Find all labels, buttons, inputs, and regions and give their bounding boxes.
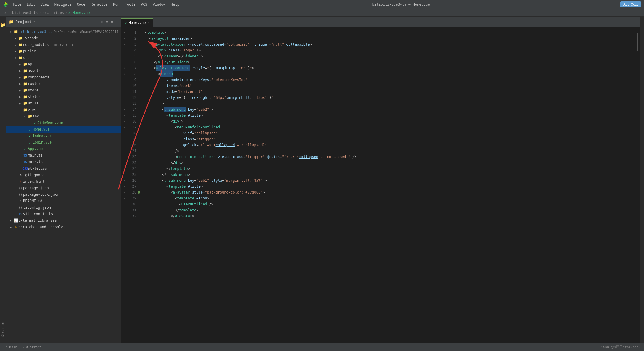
project-settings-icon[interactable]: ⚙ [111, 20, 113, 24]
project-expand-icon[interactable]: ≡ [106, 20, 108, 24]
menu-edit[interactable]: Edit [24, 2, 38, 7]
tree-item-store[interactable]: ▶ 📁 store [6, 87, 121, 94]
login-vue-icon: ✔ [27, 141, 33, 144]
src-label: src [23, 56, 30, 60]
menu-window[interactable]: Window [150, 2, 168, 7]
gutter-20 [121, 142, 127, 148]
tree-item-public[interactable]: ▶ 📁 public [6, 48, 121, 54]
code-line-8: <a-menu [145, 71, 636, 77]
tree-arrow-src: ▾ [13, 56, 18, 59]
tree-item-sidemenu[interactable]: ▶ ✔ SideMenu.vue [6, 120, 121, 126]
tree-item-assets[interactable]: ▶ 📁 assets [6, 67, 121, 74]
line-num-19: 19 [127, 136, 139, 142]
line-num-8: 8 [127, 71, 139, 77]
tree-item-login[interactable]: ▶ ✔ Login.vue [6, 139, 121, 146]
line-num-21: 21 [127, 148, 139, 154]
project-minimize-icon[interactable]: — [116, 20, 118, 24]
menu-vcs[interactable]: VCS [139, 2, 150, 7]
tree-item-package-json[interactable]: ▶ {} package.json [6, 185, 121, 191]
tree-item-router[interactable]: ▶ 📁 router [6, 80, 121, 87]
breadcrumb-file[interactable]: ✔ Home.vue [68, 11, 90, 15]
code-content[interactable]: <template> <a-layout has-sider> <a-layou… [141, 27, 636, 343]
breadcrumb: bilibili-vue3-ts › src › views › ✔ Home.… [0, 9, 644, 17]
tree-item-index[interactable]: ▶ ✔ Index.vue [6, 133, 121, 139]
menu-tools[interactable]: Tools [123, 2, 138, 7]
breadcrumb-views[interactable]: views [53, 11, 64, 15]
line-num-26: 26 [127, 178, 139, 183]
tree-item-package-lock-json[interactable]: ▶ {} package-lock.json [6, 191, 121, 198]
components-label: components [28, 75, 49, 79]
line-num-25: 25 [127, 172, 139, 178]
line-num-22: 22 [127, 154, 139, 160]
code-line-24: </template> [145, 166, 636, 172]
sidemenu-vue-icon: ✔ [32, 121, 37, 125]
scrollbar-thumb[interactable] [637, 33, 638, 51]
tree-item-vscode[interactable]: ▶ 📁 .vscode [6, 35, 121, 41]
code-line-25: </a-sub-menu> [145, 172, 636, 178]
index-html-label: index.html [23, 179, 44, 183]
api-folder-icon: 📁 [22, 62, 28, 66]
tree-item-node-modules[interactable]: ▶ 📁 node_modules library root [6, 41, 121, 48]
add-config-button[interactable]: Add Co... [620, 1, 641, 7]
utils-label: utils [28, 101, 38, 105]
tree-arrow-utils: ▶ [18, 102, 22, 105]
gutter-22 [121, 154, 127, 160]
tree-item-index-html[interactable]: ▶ H index.html [6, 178, 121, 185]
gutter-6 [121, 59, 127, 65]
gutter-2: ▾ [121, 36, 127, 41]
home-label: Home.vue [33, 127, 50, 131]
gutter-14: ▾ [121, 107, 127, 112]
tree-item-api[interactable]: ▶ 📁 api [6, 61, 121, 67]
menu-view[interactable]: View [38, 2, 51, 7]
tree-item-views[interactable]: ▾ 📁 views [6, 107, 121, 113]
code-line-31: </template> [145, 207, 636, 213]
menu-refactor[interactable]: Refactor [88, 2, 110, 7]
tree-item-vite-config[interactable]: ▶ TS vite.config.ts [6, 211, 121, 217]
tree-arrow-node-modules: ▶ [13, 43, 18, 46]
line-num-11: 11 [127, 89, 139, 95]
tree-item-inc[interactable]: ▾ 📁 inc [6, 113, 121, 120]
tree-item-components[interactable]: ▶ 📁 components [6, 74, 121, 80]
menu-navigate[interactable]: Navigate [52, 2, 74, 7]
status-git[interactable]: ⎇ main [4, 345, 17, 349]
tree-item-main-ts[interactable]: ▶ TS main.ts [6, 152, 121, 159]
tree-item-tsconfig-json[interactable]: ▶ {} tsconfig.json [6, 204, 121, 211]
project-folder-icon: 📁 [9, 20, 14, 24]
project-tree: ▾ 📁 bilibili-vue3-ts D:\ProgramWorkSpace… [6, 27, 121, 343]
menu-code[interactable]: Code [75, 2, 88, 7]
tree-item-styles[interactable]: ▶ 📁 styles [6, 94, 121, 100]
line-num-30: 30 [127, 201, 139, 207]
gutter-10 [121, 83, 127, 89]
project-icon[interactable]: 📁 [0, 22, 5, 27]
project-locate-icon[interactable]: ⊕ [101, 20, 103, 24]
ext-libs-label: External Libraries [18, 218, 57, 223]
breadcrumb-project[interactable]: bilibili-vue3-ts [4, 11, 38, 15]
menu-file[interactable]: File [10, 2, 24, 7]
gutter-1: ▾ [121, 30, 127, 36]
tree-item-home[interactable]: ▶ ✔ Home.vue [6, 126, 121, 133]
sidemenu-label: SideMenu.vue [37, 121, 63, 125]
tree-item-src[interactable]: ▾ 📁 src [6, 54, 121, 61]
tree-item-mock-ts[interactable]: ▶ TS mock.ts [6, 159, 121, 165]
status-problems[interactable]: ⚠ 0 errors [22, 345, 41, 349]
code-line-11: mode="horizontal" [145, 89, 636, 95]
tree-item-style-css[interactable]: ▶ CSS style.css [6, 165, 121, 172]
tree-arrow-root: ▾ [8, 30, 13, 33]
breadcrumb-src[interactable]: src [42, 11, 49, 15]
tree-item-gitignore[interactable]: ▶ ⚙ .gitignore [6, 172, 121, 178]
line-num-5: 5 [127, 53, 139, 59]
gutter-13 [121, 101, 127, 107]
tree-item-root[interactable]: ▾ 📁 bilibili-vue3-ts D:\ProgramWorkSpace… [6, 28, 121, 35]
menu-run[interactable]: Run [111, 2, 122, 7]
project-dropdown-arrow[interactable]: ▾ [33, 20, 35, 23]
tree-item-utils[interactable]: ▶ 📁 utils [6, 100, 121, 107]
menu-help[interactable]: Help [168, 2, 182, 7]
tab-close-button[interactable]: ✕ [147, 21, 149, 25]
tree-item-scratches[interactable]: ▶ ✎ Scratches and Consoles [6, 224, 121, 230]
code-line-19: class="trigger" [145, 136, 636, 142]
tree-item-ext-libs[interactable]: ▶ 📊 External Libraries [6, 217, 121, 224]
tree-item-app[interactable]: ▶ ✔ App.vue [6, 146, 121, 152]
tree-item-readme[interactable]: ▶ M README.md [6, 198, 121, 204]
code-line-23: </div> [145, 160, 636, 166]
tab-home-vue[interactable]: ✔ Home.vue ✕ [121, 18, 153, 27]
